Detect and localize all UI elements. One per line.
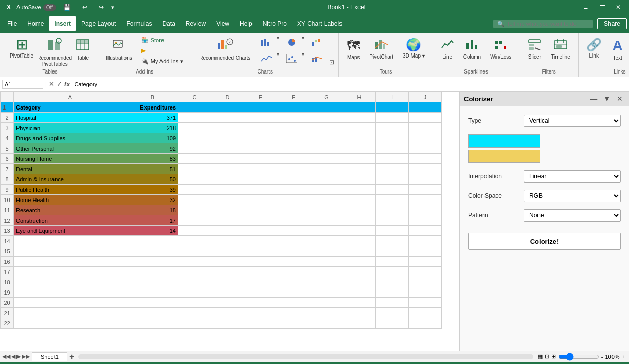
cell-empty[interactable] [178, 257, 211, 267]
cell-empty[interactable] [277, 195, 310, 205]
cell-empty[interactable] [409, 267, 442, 277]
cell-empty[interactable] [376, 277, 409, 287]
cell-empty[interactable] [409, 205, 442, 215]
cell-empty[interactable] [178, 102, 211, 113]
cell-empty[interactable] [343, 195, 376, 205]
cell-empty[interactable] [376, 154, 409, 164]
cell-empty[interactable] [343, 102, 376, 113]
cell-empty[interactable] [343, 287, 376, 298]
cell-empty[interactable] [178, 133, 211, 143]
cell-empty[interactable] [244, 205, 277, 215]
data-cell-13-1[interactable]: 14 [127, 226, 178, 236]
function-icon[interactable]: fx [64, 80, 70, 88]
recommended-pivot-tables-button[interactable]: ✓ Recommended PivotTables [39, 35, 70, 66]
save-button[interactable]: 💾 [59, 3, 75, 12]
cell-empty[interactable] [127, 267, 178, 277]
col-header-j[interactable]: J [409, 92, 442, 102]
line-sparkline-button[interactable]: Line [437, 35, 458, 66]
cell-empty[interactable] [310, 154, 343, 164]
cell-empty[interactable] [127, 318, 178, 329]
share-button[interactable]: Share [597, 18, 627, 29]
cell-empty[interactable] [244, 257, 277, 267]
redo-button[interactable]: ↪ [95, 3, 108, 12]
cell-1-0[interactable]: Category [14, 102, 127, 113]
cell-empty[interactable] [14, 318, 127, 329]
cell-empty[interactable] [409, 236, 442, 246]
confirm-icon[interactable]: ✓ [57, 80, 62, 88]
cell-empty[interactable] [178, 246, 211, 257]
cell-empty[interactable] [178, 215, 211, 226]
cell-empty[interactable] [244, 195, 277, 205]
data-cell-2-1[interactable]: 371 [127, 113, 178, 123]
menu-nitro-pro[interactable]: Nitro Pro [258, 16, 292, 31]
cell-empty[interactable] [277, 123, 310, 133]
sheet-tab-sheet1[interactable]: Sheet1 [32, 352, 67, 361]
cell-empty[interactable] [14, 236, 127, 246]
cell-empty[interactable] [211, 246, 244, 257]
menu-page-layout[interactable]: Page Layout [76, 16, 121, 31]
cell-empty[interactable] [277, 236, 310, 246]
cell-empty[interactable] [277, 298, 310, 308]
menu-insert[interactable]: Insert [49, 16, 76, 31]
color-space-select[interactable]: RGB HSL LAB [524, 190, 621, 202]
cell-empty[interactable] [244, 298, 277, 308]
data-cell-9-0[interactable]: Public Health [14, 185, 127, 195]
cell-empty[interactable] [244, 308, 277, 318]
cell-empty[interactable] [244, 164, 277, 174]
cell-empty[interactable] [310, 246, 343, 257]
data-cell-2-0[interactable]: Hospital [14, 113, 127, 123]
cell-empty[interactable] [178, 185, 211, 195]
cell-empty[interactable] [409, 123, 442, 133]
cell-empty[interactable] [178, 164, 211, 174]
cell-empty[interactable] [409, 246, 442, 257]
cell-empty[interactable] [127, 277, 178, 287]
cell-empty[interactable] [343, 298, 376, 308]
cell-empty[interactable] [310, 185, 343, 195]
col-header-c[interactable]: C [178, 92, 211, 102]
line-chart-button[interactable] [257, 51, 276, 66]
autosave-toggle[interactable]: AutoSave Off [16, 4, 56, 11]
combo-chart-button[interactable] [308, 51, 326, 66]
cell-empty[interactable] [277, 133, 310, 143]
cell-empty[interactable] [310, 287, 343, 298]
cell-empty[interactable] [277, 164, 310, 174]
cell-empty[interactable] [14, 267, 127, 277]
cell-empty[interactable] [343, 154, 376, 164]
cell-empty[interactable] [277, 257, 310, 267]
cell-empty[interactable] [277, 113, 310, 123]
cell-empty[interactable] [409, 113, 442, 123]
cell-empty[interactable] [343, 164, 376, 174]
cell-empty[interactable] [277, 267, 310, 277]
cell-empty[interactable] [343, 267, 376, 277]
cell-empty[interactable] [178, 236, 211, 246]
cell-empty[interactable] [376, 257, 409, 267]
cell-empty[interactable] [343, 143, 376, 154]
cell-empty[interactable] [211, 154, 244, 164]
color-swatch-cyan[interactable] [468, 134, 540, 148]
search-input[interactable] [507, 21, 589, 27]
cell-empty[interactable] [409, 308, 442, 318]
cell-empty[interactable] [277, 308, 310, 318]
cell-empty[interactable] [211, 205, 244, 215]
data-cell-3-0[interactable]: Physician [14, 123, 127, 133]
data-cell-12-0[interactable]: Construction [14, 215, 127, 226]
cell-empty[interactable] [178, 287, 211, 298]
cell-empty[interactable] [277, 205, 310, 215]
cell-empty[interactable] [211, 318, 244, 329]
win-loss-button[interactable]: Win/Loss [487, 35, 515, 66]
col-header-e[interactable]: E [244, 92, 277, 102]
menu-review[interactable]: Review [181, 16, 211, 31]
cell-empty[interactable] [14, 277, 127, 287]
cell-empty[interactable] [376, 123, 409, 133]
cell-empty[interactable] [178, 143, 211, 154]
cancel-icon[interactable]: ✕ [49, 80, 55, 88]
cell-empty[interactable] [409, 154, 442, 164]
cell-empty[interactable] [376, 298, 409, 308]
cell-empty[interactable] [127, 246, 178, 257]
cell-empty[interactable] [310, 205, 343, 215]
cell-empty[interactable] [211, 215, 244, 226]
sheet-scroll-arrows[interactable]: ◀◀ ◀ ▶ ▶▶ [2, 353, 30, 360]
pattern-select[interactable]: None Stripes Dots [524, 209, 621, 222]
data-cell-13-0[interactable]: Eye and Equipment [14, 226, 127, 236]
menu-help[interactable]: Help [235, 16, 258, 31]
